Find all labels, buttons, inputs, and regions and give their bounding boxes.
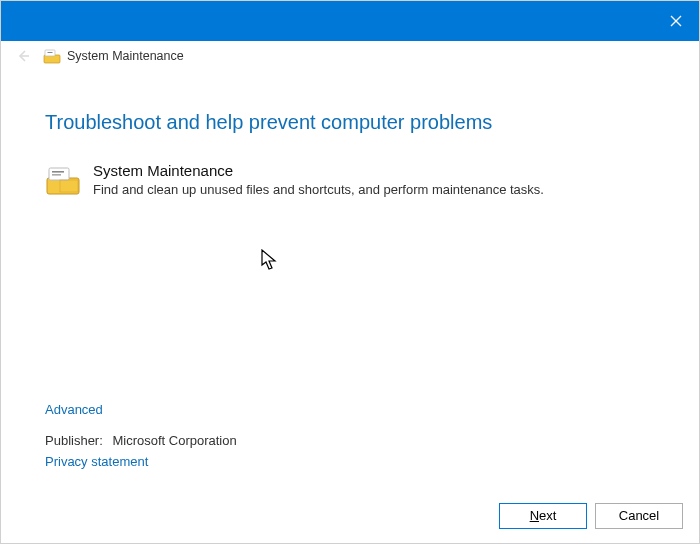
page-title: Troubleshoot and help prevent computer p… bbox=[45, 111, 655, 134]
next-button[interactable]: Next bbox=[499, 503, 587, 529]
close-button[interactable] bbox=[653, 1, 699, 41]
svg-rect-9 bbox=[52, 174, 61, 176]
wizard-header: System Maintenance bbox=[1, 41, 699, 71]
troubleshooter-item-text: System Maintenance Find and clean up unu… bbox=[93, 162, 544, 199]
publisher-row: Publisher: Microsoft Corporation bbox=[45, 433, 655, 448]
publisher-value: Microsoft Corporation bbox=[112, 433, 236, 448]
cancel-button[interactable]: Cancel bbox=[595, 503, 683, 529]
system-maintenance-icon bbox=[45, 162, 81, 198]
troubleshooter-window: System Maintenance Troubleshoot and help… bbox=[0, 0, 700, 544]
wizard-footer: Next Cancel bbox=[1, 489, 699, 543]
item-title: System Maintenance bbox=[93, 162, 544, 179]
content-spacer bbox=[45, 199, 655, 402]
back-button bbox=[13, 46, 33, 66]
titlebar bbox=[1, 1, 699, 41]
troubleshooter-header-icon bbox=[43, 47, 61, 65]
publisher-label: Publisher: bbox=[45, 433, 103, 448]
privacy-statement-link[interactable]: Privacy statement bbox=[45, 454, 655, 469]
svg-rect-5 bbox=[48, 52, 53, 53]
wizard-content: Troubleshoot and help prevent computer p… bbox=[1, 71, 699, 489]
troubleshooter-item: System Maintenance Find and clean up unu… bbox=[45, 162, 655, 199]
wizard-header-title: System Maintenance bbox=[67, 49, 184, 63]
back-arrow-icon bbox=[16, 49, 30, 63]
advanced-link[interactable]: Advanced bbox=[45, 402, 655, 417]
item-description: Find and clean up unused files and short… bbox=[93, 181, 544, 199]
svg-rect-8 bbox=[52, 171, 64, 173]
close-icon bbox=[670, 15, 682, 27]
